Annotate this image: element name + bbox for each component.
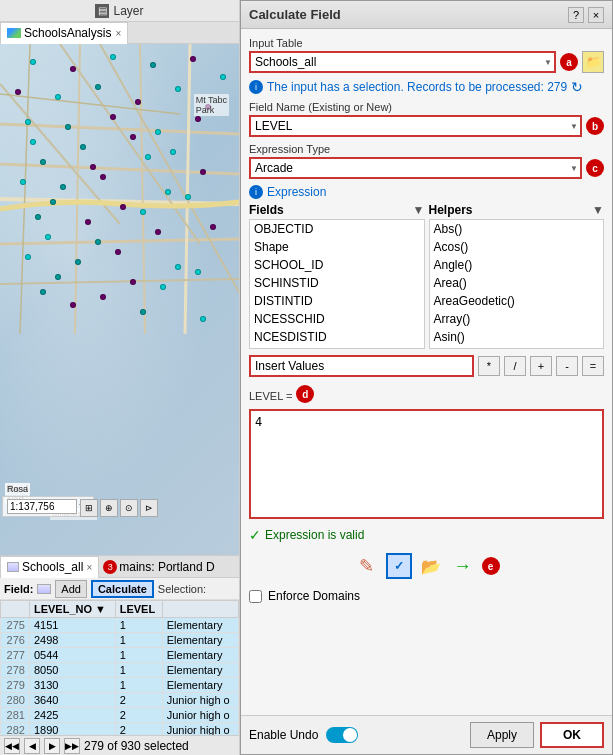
eraser-icon-btn[interactable]: ✎ <box>354 553 380 579</box>
helpers-list-item[interactable]: Angle() <box>430 256 604 274</box>
school-dot <box>35 214 41 220</box>
cell-level: 2 <box>115 693 162 708</box>
svg-line-10 <box>0 279 239 284</box>
table-row[interactable]: 275 4151 1 Elementary <box>1 618 239 633</box>
helpers-list-item[interactable]: Abs() <box>430 220 604 238</box>
fields-list-item[interactable]: DISTINTID <box>250 292 424 310</box>
expression-type-select[interactable]: Arcade <box>249 157 582 179</box>
helpers-list-box[interactable]: Abs()Acos()Angle()Area()AreaGeodetic()Ar… <box>429 219 605 349</box>
cell-level-no: 1890 <box>29 723 115 736</box>
expression-section: i Expression Fields ▼ OBJECTIDShapeSCHOO… <box>249 185 604 379</box>
table-row[interactable]: 277 0544 1 Elementary <box>1 648 239 663</box>
op-divide[interactable]: / <box>504 356 526 376</box>
nav-prev-btn[interactable]: ◀ <box>24 738 40 754</box>
add-btn[interactable]: Add <box>55 580 87 598</box>
helpers-list-item[interactable]: Asin() <box>430 328 604 346</box>
fields-list-item[interactable]: Shape <box>250 238 424 256</box>
table-row[interactable]: 276 2498 1 Elementary <box>1 633 239 648</box>
cell-type: Junior high o <box>162 693 238 708</box>
school-dot <box>110 114 116 120</box>
op-plus[interactable]: + <box>530 356 552 376</box>
table-row[interactable]: 278 8050 1 Elementary <box>1 663 239 678</box>
svg-line-12 <box>20 44 30 334</box>
checkmark-icon: ✓ <box>394 559 404 573</box>
op-multiply[interactable]: * <box>478 356 500 376</box>
helpers-list-item[interactable]: Array() <box>430 310 604 328</box>
badge-c: c <box>586 159 604 177</box>
helpers-list-item[interactable]: Area() <box>430 274 604 292</box>
table-tab-schools[interactable]: Schools_all × <box>0 556 99 578</box>
helpers-list-item[interactable]: Ac... <box>430 346 604 349</box>
save-icon-btn[interactable]: ✓ <box>386 553 412 579</box>
enable-undo-toggle[interactable] <box>326 727 358 743</box>
op-minus[interactable]: - <box>556 356 578 376</box>
insert-values-wrapper: Insert Values <box>249 355 474 377</box>
expression-type-select-wrapper: Arcade ▼ <box>249 157 582 179</box>
expression-textarea[interactable]: 4 <box>249 409 604 519</box>
school-dot <box>60 184 66 190</box>
col-header-level[interactable]: LEVEL <box>115 601 162 618</box>
col-header-type[interactable] <box>162 601 238 618</box>
ok-btn[interactable]: OK <box>540 722 604 748</box>
nav-tool[interactable]: ⊳ <box>140 499 158 517</box>
fields-list-item[interactable]: NCESSCHID <box>250 310 424 328</box>
field-name-select-wrapper: LEVEL ▼ <box>249 115 582 137</box>
fields-helpers-row: Fields ▼ OBJECTIDShapeSCHOOL_IDSCHINSTID… <box>249 203 604 349</box>
svg-line-2 <box>0 199 239 204</box>
enforce-domains-checkbox[interactable] <box>249 590 262 603</box>
cell-level: 2 <box>115 723 162 736</box>
extent-tool[interactable]: ⊙ <box>120 499 138 517</box>
calculate-btn[interactable]: Calculate <box>91 580 154 598</box>
cell-type: Junior high o <box>162 723 238 736</box>
fields-list-box[interactable]: OBJECTIDShapeSCHOOL_IDSCHINSTIDDISTINTID… <box>249 219 425 349</box>
row-num: 276 <box>1 633 30 648</box>
table-row[interactable]: 282 1890 2 Junior high o <box>1 723 239 736</box>
school-dot <box>100 294 106 300</box>
fields-list-item[interactable]: OBJECTID <box>250 220 424 238</box>
fields-filter-icon[interactable]: ▼ <box>413 203 425 217</box>
fields-list-item[interactable]: SITE_ID <box>250 346 424 349</box>
table-tab-close-btn[interactable]: × <box>86 562 92 573</box>
svg-line-11 <box>0 94 180 114</box>
table-tab-label: Schools_all <box>22 560 83 574</box>
school-dot <box>40 289 46 295</box>
fields-list-item[interactable]: SCHINSTID <box>250 274 424 292</box>
field-name-select[interactable]: LEVEL <box>249 115 582 137</box>
arrow-right-icon-btn[interactable]: → <box>450 553 476 579</box>
helpers-filter-icon[interactable]: ▼ <box>592 203 604 217</box>
cell-level: 1 <box>115 678 162 693</box>
valid-text: Expression is valid <box>265 528 364 542</box>
insert-values-select[interactable]: Insert Values <box>249 355 474 377</box>
svg-line-4 <box>75 44 80 334</box>
table-row[interactable]: 281 2425 2 Junior high o <box>1 708 239 723</box>
nav-next-btn[interactable]: ▶ <box>44 738 60 754</box>
map-tab-schools[interactable]: SchoolsAnalysis × <box>0 22 128 44</box>
col-header-level-no[interactable]: LEVEL_NO ▼ <box>29 601 115 618</box>
cell-level: 1 <box>115 663 162 678</box>
close-btn[interactable]: × <box>588 7 604 23</box>
nav-first-btn[interactable]: ◀◀ <box>4 738 20 754</box>
map-tab-close[interactable]: × <box>115 28 121 39</box>
dialog-title: Calculate Field <box>249 7 341 22</box>
dialog-body: Input Table Schools_all ▼ a 📁 i The inpu… <box>241 29 612 715</box>
refresh-icon[interactable]: ↻ <box>571 79 583 95</box>
nav-last-btn[interactable]: ▶▶ <box>64 738 80 754</box>
grid-tool[interactable]: ⊞ <box>80 499 98 517</box>
op-equals[interactable]: = <box>582 356 604 376</box>
school-dot <box>70 66 76 72</box>
helpers-list-item[interactable]: AreaGeodetic() <box>430 292 604 310</box>
zoom-tool[interactable]: ⊕ <box>100 499 118 517</box>
table-row[interactable]: 280 3640 2 Junior high o <box>1 693 239 708</box>
cell-level-no: 3640 <box>29 693 115 708</box>
helpers-col: Helpers ▼ Abs()Acos()Angle()Area()AreaGe… <box>429 203 605 349</box>
folder-btn-input[interactable]: 📁 <box>582 51 604 73</box>
input-table-select[interactable]: Schools_all <box>249 51 556 73</box>
table-row[interactable]: 279 3130 1 Elementary <box>1 678 239 693</box>
apply-btn[interactable]: Apply <box>470 722 534 748</box>
fields-list-item[interactable]: SCHOOL_ID <box>250 256 424 274</box>
scale-input[interactable]: 1:137,756 <box>7 499 77 514</box>
fields-list-item[interactable]: NCESDISTID <box>250 328 424 346</box>
help-btn[interactable]: ? <box>568 7 584 23</box>
helpers-list-item[interactable]: Acos() <box>430 238 604 256</box>
folder-open-icon-btn[interactable]: 📂 <box>418 553 444 579</box>
